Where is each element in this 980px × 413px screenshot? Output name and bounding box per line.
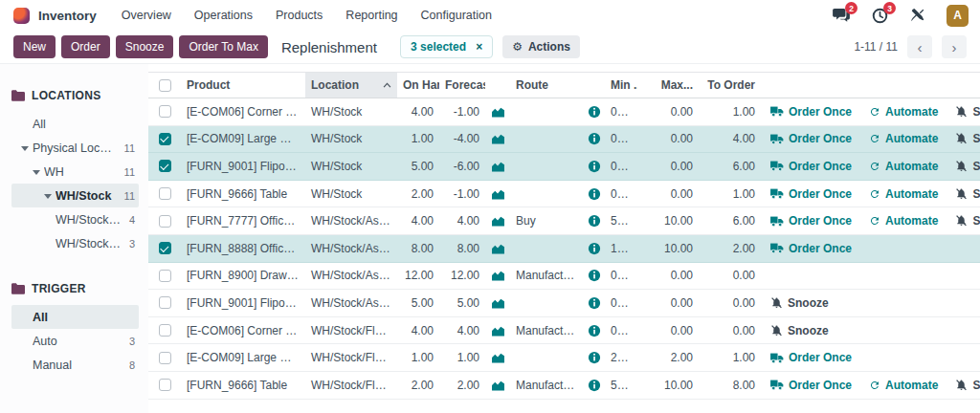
forecast-chart-icon[interactable] bbox=[485, 106, 510, 118]
info-icon[interactable] bbox=[584, 379, 605, 392]
snooze-button[interactable]: Snooze bbox=[955, 379, 980, 392]
table-row[interactable]: [FURN_9001] Flipover WH/Stock/Asse... 5.… bbox=[148, 290, 980, 317]
automate-button[interactable]: Automate bbox=[869, 187, 938, 201]
table-row[interactable]: [FURN_7777] Office Chair WH/Stock/Asse..… bbox=[148, 207, 980, 235]
new-button[interactable]: New bbox=[13, 35, 56, 58]
row-checkbox[interactable] bbox=[159, 242, 171, 254]
info-icon[interactable] bbox=[584, 105, 605, 119]
pager-prev-button[interactable]: ‹ bbox=[907, 35, 932, 58]
product-cell[interactable]: [FURN_8900] Drawer Black bbox=[181, 269, 305, 282]
snooze-button[interactable]: Snooze bbox=[955, 187, 980, 201]
locations-item-wh[interactable]: WH 11 bbox=[11, 160, 139, 184]
order-once-button[interactable]: Order Once bbox=[770, 105, 852, 119]
order-once-button[interactable]: Order Once bbox=[770, 214, 852, 228]
forecast-chart-icon[interactable] bbox=[485, 243, 510, 254]
to-order-cell[interactable]: 2.00 bbox=[699, 242, 761, 255]
locations-item-wh-stock-asse-[interactable]: WH/Stock/Asse... 4 bbox=[11, 207, 139, 231]
product-cell[interactable]: [E-COM06] Corner Desk ... bbox=[181, 105, 305, 119]
order-once-button[interactable]: Order Once bbox=[770, 160, 852, 173]
menu-configuration[interactable]: Configuration bbox=[421, 9, 492, 22]
table-row[interactable]: [FURN_9666] Table WH/Stock 2.00 -1.00 0.… bbox=[148, 181, 980, 208]
user-avatar[interactable]: A bbox=[947, 5, 969, 27]
product-cell[interactable]: [FURN_9666] Table bbox=[181, 187, 305, 201]
row-checkbox[interactable] bbox=[159, 215, 171, 228]
forecast-chart-icon[interactable] bbox=[485, 297, 510, 309]
order-to-max-button[interactable]: Order To Max bbox=[179, 35, 267, 58]
tools-icon[interactable] bbox=[908, 6, 927, 25]
row-checkbox[interactable] bbox=[159, 133, 171, 145]
forecast-chart-icon[interactable] bbox=[485, 188, 510, 200]
row-checkbox[interactable] bbox=[159, 270, 171, 282]
header-max[interactable]: Max... bbox=[637, 78, 699, 92]
order-once-button[interactable]: Order Once bbox=[770, 132, 852, 145]
tree-caret-icon[interactable] bbox=[21, 145, 33, 151]
to-order-cell[interactable]: 6.00 bbox=[699, 160, 761, 173]
order-button[interactable]: Order bbox=[61, 35, 110, 58]
snooze-button[interactable]: Snooze bbox=[770, 296, 829, 310]
select-all-checkbox[interactable] bbox=[159, 79, 171, 92]
forecast-chart-icon[interactable] bbox=[485, 215, 510, 227]
activities-clock-icon[interactable]: 3 bbox=[870, 6, 889, 25]
order-once-button[interactable]: Order Once bbox=[770, 379, 852, 392]
table-row[interactable]: [E-COM06] Corner Desk ... WH/Stock 4.00 … bbox=[148, 98, 980, 126]
automate-button[interactable]: Automate bbox=[869, 132, 938, 145]
info-icon[interactable] bbox=[584, 132, 605, 145]
product-cell[interactable]: [E-COM06] Corner Desk ... bbox=[181, 324, 305, 337]
forecast-chart-icon[interactable] bbox=[485, 380, 510, 391]
order-once-button[interactable]: Order Once bbox=[770, 187, 852, 201]
header-route[interactable]: Route bbox=[510, 78, 584, 92]
snooze-button[interactable]: Snooze bbox=[955, 105, 980, 119]
row-checkbox[interactable] bbox=[159, 160, 171, 172]
forecast-chart-icon[interactable] bbox=[485, 270, 510, 281]
to-order-cell[interactable]: 0.00 bbox=[699, 269, 761, 282]
info-icon[interactable] bbox=[584, 296, 605, 310]
table-row[interactable]: [FURN_9001] Flipover WH/Stock 5.00 -6.00… bbox=[148, 153, 980, 181]
trigger-item-auto[interactable]: Auto 3 bbox=[11, 329, 139, 353]
menu-operations[interactable]: Operations bbox=[194, 9, 253, 22]
product-cell[interactable]: [E-COM09] Large Desk bbox=[181, 351, 305, 364]
trigger-item-manual[interactable]: Manual 8 bbox=[11, 353, 139, 377]
to-order-cell[interactable]: 1.00 bbox=[699, 187, 761, 201]
snooze-button[interactable]: Snooze bbox=[116, 35, 174, 58]
tree-caret-icon[interactable] bbox=[44, 193, 56, 199]
table-row[interactable]: [FURN_8900] Drawer Black WH/Stock/Asse..… bbox=[148, 263, 980, 291]
info-icon[interactable] bbox=[584, 269, 605, 282]
actions-button[interactable]: ⚙ Actions bbox=[502, 35, 580, 58]
info-icon[interactable] bbox=[584, 242, 605, 255]
forecast-chart-icon[interactable] bbox=[485, 133, 510, 144]
info-icon[interactable] bbox=[584, 160, 605, 173]
header-on-hand[interactable]: On Hand bbox=[397, 78, 439, 92]
product-cell[interactable]: [FURN_8888] Office Lamp bbox=[181, 242, 305, 255]
info-icon[interactable] bbox=[584, 214, 605, 228]
messages-icon[interactable]: 2 bbox=[832, 6, 851, 25]
table-row[interactable]: [FURN_8888] Office Lamp WH/Stock/Asse...… bbox=[148, 235, 980, 263]
menu-overview[interactable]: Overview bbox=[122, 9, 171, 22]
row-checkbox[interactable] bbox=[159, 324, 171, 337]
table-row[interactable]: [E-COM09] Large Desk WH/Stock/Flat P... … bbox=[148, 344, 980, 372]
row-checkbox[interactable] bbox=[159, 379, 171, 391]
to-order-cell[interactable]: 0.00 bbox=[699, 324, 761, 337]
header-forecast[interactable]: Forecast bbox=[439, 78, 485, 92]
clear-selection-icon[interactable]: × bbox=[476, 40, 482, 54]
automate-button[interactable]: Automate bbox=[869, 214, 938, 228]
to-order-cell[interactable]: 6.00 bbox=[699, 214, 761, 228]
header-location[interactable]: Location bbox=[305, 73, 397, 98]
automate-button[interactable]: Automate bbox=[869, 105, 938, 119]
automate-button[interactable]: Automate bbox=[869, 379, 938, 392]
header-product[interactable]: Product bbox=[181, 78, 305, 92]
table-row[interactable]: [E-COM06] Corner Desk ... WH/Stock/Flat … bbox=[148, 317, 980, 345]
app-name[interactable]: Inventory bbox=[38, 9, 97, 23]
forecast-chart-icon[interactable] bbox=[485, 352, 510, 363]
forecast-chart-icon[interactable] bbox=[485, 161, 510, 172]
to-order-cell[interactable]: 4.00 bbox=[699, 132, 761, 145]
product-cell[interactable]: [FURN_9001] Flipover bbox=[181, 296, 305, 310]
header-to-order[interactable]: To Order bbox=[699, 78, 761, 92]
trigger-item-all[interactable]: All bbox=[11, 305, 139, 329]
locations-item-wh-stock-flat-p-[interactable]: WH/Stock/Flat P... 3 bbox=[11, 231, 139, 255]
snooze-button[interactable]: Snooze bbox=[955, 214, 980, 228]
pager-next-button[interactable]: › bbox=[942, 35, 967, 58]
product-cell[interactable]: [E-COM09] Large Desk bbox=[181, 132, 305, 145]
table-row[interactable]: [E-COM09] Large Desk WH/Stock 1.00 -4.00… bbox=[148, 126, 980, 154]
order-once-button[interactable]: Order Once bbox=[770, 351, 852, 364]
row-checkbox[interactable] bbox=[159, 187, 171, 200]
